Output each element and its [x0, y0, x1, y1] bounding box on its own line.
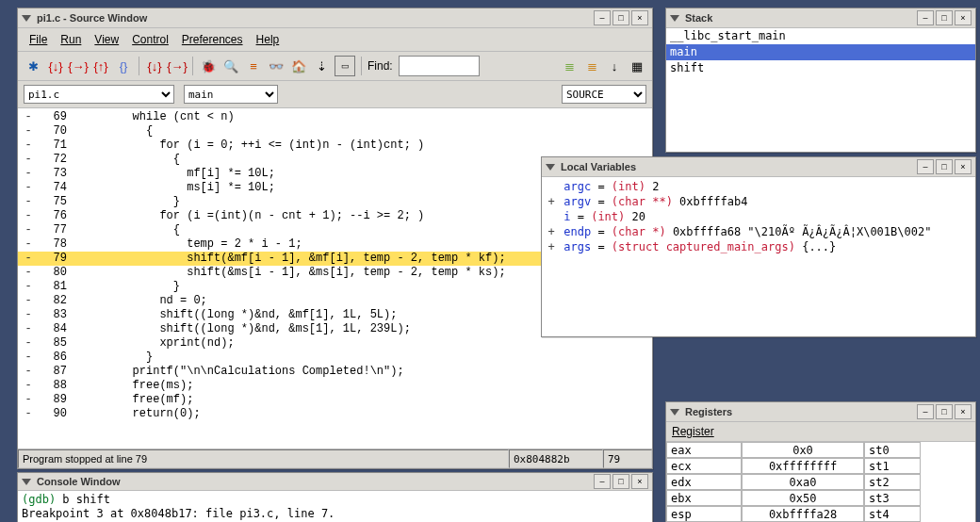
maximize-icon[interactable]: □ — [612, 474, 629, 489]
minimize-icon[interactable]: – — [594, 474, 611, 489]
step-asm-icon[interactable]: {↓} — [145, 57, 164, 75]
register-row[interactable]: eax0x0st0 — [666, 442, 975, 458]
code-line[interactable]: -85 xprint(nd); — [18, 336, 652, 351]
watch-icon[interactable]: 👓 — [267, 57, 286, 75]
terminal-icon[interactable]: ▭ — [335, 56, 355, 76]
collapse-icon[interactable] — [546, 164, 555, 171]
code-line[interactable]: -71 for (i = 0; ++i <= (int)n - (int)cnt… — [18, 139, 652, 153]
collapse-icon[interactable] — [22, 479, 31, 485]
menu-help[interactable]: Help — [251, 31, 286, 48]
close-icon[interactable]: × — [955, 159, 972, 174]
console-line: (gdb) b shift — [22, 493, 648, 507]
menu-control[interactable]: Control — [126, 31, 174, 48]
menu-file[interactable]: File — [24, 31, 53, 48]
console-body[interactable]: (gdb) b shiftBreakpoint 3 at 0x8048b17: … — [18, 491, 652, 522]
minimize-icon[interactable]: – — [917, 159, 934, 174]
stack-item[interactable]: shift — [666, 60, 975, 76]
source-titlebar[interactable]: pi1.c - Source Window – □ × — [18, 8, 652, 28]
registers-body[interactable]: eax0x0st0ecx0xffffffffst1edx0xa0st2ebx0x… — [666, 442, 975, 522]
bug-icon[interactable]: 🐞 — [199, 57, 218, 75]
home-icon[interactable]: 🏠 — [289, 57, 308, 75]
minimize-icon[interactable]: – — [594, 10, 611, 25]
maximize-icon[interactable]: □ — [936, 159, 953, 174]
status-address: 0x804882b — [509, 449, 603, 468]
statusbar: Program stopped at line 79 0x804882b 79 — [18, 449, 652, 468]
next-asm-icon[interactable]: {→} — [168, 57, 187, 75]
console-window: Console Window – □ × (gdb) b shiftBreakp… — [17, 472, 653, 522]
mode-select[interactable]: SOURCE — [562, 85, 646, 104]
registers-titlebar[interactable]: Registers – □ × — [666, 402, 975, 422]
locals-title: Local Variables — [561, 161, 917, 172]
menu-preferences[interactable]: Preferences — [176, 31, 249, 48]
close-icon[interactable]: × — [955, 404, 972, 419]
console-title: Console Window — [37, 476, 594, 487]
minimize-icon[interactable]: – — [917, 10, 934, 25]
find-label: Find: — [368, 59, 393, 73]
locals-window: Local Variables – □ × argc = (int) 2+ ar… — [541, 156, 976, 337]
local-variable-row[interactable]: + args = (struct captured_main_args) {..… — [544, 239, 973, 254]
stack-title: Stack — [685, 12, 917, 24]
code-line[interactable]: -86 } — [18, 351, 652, 365]
local-variable-row[interactable]: + endp = (char *) 0xbffffa68 "\210Ãº Ã¿Â… — [544, 224, 973, 239]
selectbar: pi1.c main SOURCE — [18, 81, 652, 108]
collapse-icon[interactable] — [670, 409, 679, 416]
stack-item[interactable]: main — [666, 44, 975, 60]
register-row[interactable]: ecx0xffffffffst1 — [666, 458, 975, 474]
locals-titlebar[interactable]: Local Variables – □ × — [542, 157, 975, 177]
collapse-icon[interactable] — [670, 15, 679, 22]
console-line: Breakpoint 3 at 0x8048b17: file pi3.c, l… — [22, 507, 648, 521]
maximize-icon[interactable]: □ — [936, 10, 953, 25]
status-message: Program stopped at line 79 — [18, 449, 509, 468]
run-icon[interactable]: ✱ — [24, 57, 42, 75]
step-icon[interactable]: {↓} — [46, 57, 65, 75]
minimize-icon[interactable]: – — [917, 404, 934, 419]
stack-titlebar[interactable]: Stack – □ × — [666, 8, 975, 28]
collapse-icon[interactable] — [22, 15, 31, 22]
menu-run[interactable]: Run — [55, 31, 87, 48]
down-stack-icon[interactable]: ⇣ — [312, 57, 331, 75]
code-line[interactable]: -88 free(ms); — [18, 379, 652, 393]
continue-icon[interactable]: {} — [114, 57, 133, 75]
register-row[interactable]: edx0xa0st2 — [666, 474, 975, 490]
menubar: File Run View Control Preferences Help — [18, 28, 652, 52]
registers-menu[interactable]: Register — [666, 422, 975, 442]
local-variable-row[interactable]: + argv = (char **) 0xbffffab4 — [544, 194, 973, 209]
code-line[interactable]: -70 { — [18, 124, 652, 139]
down-arrow-icon[interactable]: ↓ — [605, 57, 624, 75]
close-icon[interactable]: × — [955, 10, 972, 25]
registers-title: Registers — [685, 406, 917, 417]
find-input[interactable] — [399, 56, 480, 76]
menu-view[interactable]: View — [89, 31, 124, 48]
finish-icon[interactable]: {↑} — [91, 57, 110, 75]
breakpoints-icon[interactable]: ≡ — [244, 57, 263, 75]
file-select[interactable]: pi1.c — [24, 85, 174, 104]
stack-item[interactable]: __libc_start_main — [666, 28, 975, 44]
search-icon[interactable]: 🔍 — [221, 57, 240, 75]
stack-icon[interactable]: ≣ — [560, 57, 579, 75]
register-row[interactable]: esp0xbffffa28st4 — [666, 506, 975, 522]
locals-body[interactable]: argc = (int) 2+ argv = (char **) 0xbffff… — [542, 177, 975, 336]
frame-icon[interactable]: ▦ — [628, 57, 646, 75]
close-icon[interactable]: × — [631, 474, 648, 489]
local-variable-row[interactable]: i = (int) 20 — [544, 209, 973, 224]
next-icon[interactable]: {→} — [69, 57, 88, 75]
code-line[interactable]: -90 return(0); — [18, 407, 652, 421]
source-title: pi1.c - Source Window — [37, 12, 594, 24]
stack-window: Stack – □ × __libc_start_mainmainshift — [665, 8, 976, 153]
toolbar: ✱ {↓} {→} {↑} {} {↓} {→} 🐞 🔍 ≡ 👓 🏠 ⇣ ▭ F… — [18, 52, 652, 81]
regs-icon[interactable]: ≣ — [582, 57, 601, 75]
close-icon[interactable]: × — [631, 10, 648, 25]
code-line[interactable]: -87 printf("\n\nCalculations Completed!\… — [18, 365, 652, 379]
maximize-icon[interactable]: □ — [612, 10, 629, 25]
code-line[interactable]: -89 free(mf); — [18, 393, 652, 407]
function-select[interactable]: main — [184, 85, 278, 104]
register-row[interactable]: ebx0x50st3 — [666, 490, 975, 506]
status-line: 79 — [603, 449, 652, 468]
local-variable-row[interactable]: argc = (int) 2 — [544, 179, 973, 194]
console-titlebar[interactable]: Console Window – □ × — [18, 473, 652, 491]
stack-list[interactable]: __libc_start_mainmainshift — [666, 28, 975, 152]
registers-window: Registers – □ × Register eax0x0st0ecx0xf… — [665, 401, 976, 522]
maximize-icon[interactable]: □ — [936, 404, 953, 419]
code-line[interactable]: -69 while (cnt < n) — [18, 110, 652, 124]
